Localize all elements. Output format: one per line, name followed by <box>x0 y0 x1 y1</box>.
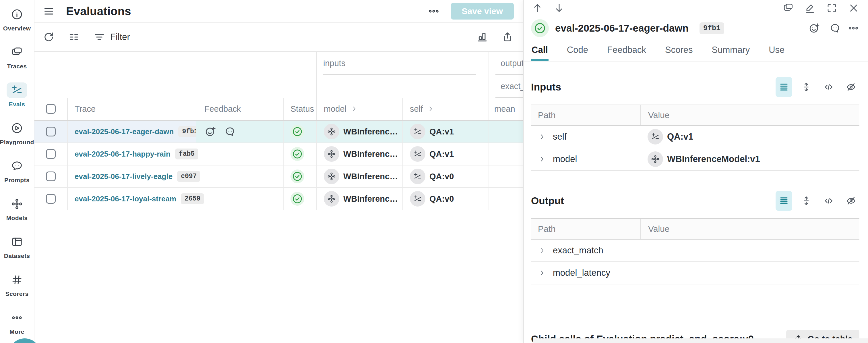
eye-off-icon <box>846 82 857 92</box>
chevron-right-icon[interactable] <box>538 155 546 163</box>
filter-label: Filter <box>110 32 130 42</box>
table-row[interactable]: eval-2025-06-17-loyal-stream 2659 WBInfe… <box>34 188 523 210</box>
view-as-code-button[interactable] <box>820 191 837 211</box>
column-header-status[interactable]: Status <box>283 98 316 120</box>
save-view-button[interactable]: Save view <box>451 3 514 20</box>
model-ref[interactable]: WBInferenceModel:v1 <box>324 146 402 162</box>
tab-code[interactable]: Code <box>566 40 589 61</box>
expand-all-button[interactable] <box>798 77 815 97</box>
table-row[interactable]: eval-2025-06-17-happy-rain fab5 WBInfere… <box>34 143 523 166</box>
row-checkbox[interactable] <box>46 171 56 181</box>
model-ref[interactable]: WBInferenceModel:v1 <box>648 151 760 167</box>
filter-button[interactable]: Filter <box>93 31 130 44</box>
trace-id-chip[interactable]: fab5 <box>175 148 198 160</box>
next-call-icon[interactable] <box>553 2 565 14</box>
row-density-icon[interactable] <box>68 31 81 44</box>
row-checkbox[interactable] <box>46 194 56 204</box>
hide-empty-button[interactable] <box>843 77 859 97</box>
view-as-table-button[interactable] <box>776 191 792 211</box>
select-all-checkbox[interactable] <box>46 104 56 114</box>
models-icon <box>7 196 27 212</box>
trace-link[interactable]: eval-2025-06-17-happy-rain <box>74 150 170 159</box>
sidebar-item-playground[interactable]: Playground <box>0 114 34 152</box>
column-header-feedback[interactable]: Feedback <box>196 98 283 120</box>
trace-link[interactable]: eval-2025-06-17-loyal-stream <box>74 195 176 203</box>
status-success-icon <box>290 192 304 206</box>
sidebar-item-models[interactable]: Models <box>0 190 34 228</box>
close-icon[interactable] <box>848 2 859 14</box>
chevron-right-icon[interactable] <box>538 133 546 141</box>
sidebar-item-scorers[interactable]: Scorers <box>0 266 34 303</box>
model-ref[interactable]: WBInferenceModel:v1 <box>324 169 402 184</box>
row-checkbox[interactable] <box>46 127 56 137</box>
expand-all-button[interactable] <box>798 191 815 211</box>
eye-off-icon <box>846 195 857 206</box>
view-as-table-button[interactable] <box>776 77 792 97</box>
sidebar-item-datasets[interactable]: Datasets <box>0 228 34 265</box>
tab-summary[interactable]: Summary <box>711 40 751 61</box>
column-header-mean[interactable]: mean <box>489 98 523 120</box>
self-ref[interactable]: QA:v1 <box>410 146 454 162</box>
edit-icon[interactable] <box>804 2 816 14</box>
view-as-code-button[interactable] <box>820 77 837 97</box>
tab-call[interactable]: Call <box>531 40 549 61</box>
model-ref[interactable]: WBInferenceModel:v1 <box>324 124 402 139</box>
datasets-icon <box>7 234 27 250</box>
inputs-row-model: model WBInferenceModel:v1 <box>531 148 859 171</box>
evals-icon <box>410 169 425 184</box>
self-ref[interactable]: QA:v0 <box>410 191 454 206</box>
sidebar-item-more[interactable]: More <box>0 304 34 341</box>
column-header-trace[interactable]: Trace <box>67 98 196 120</box>
sidebar-item-label: Playground <box>0 139 34 146</box>
sidebar-item-traces[interactable]: Traces <box>0 38 34 76</box>
evals-icon <box>648 129 663 144</box>
tab-scores[interactable]: Scores <box>664 40 693 61</box>
view-overflow-icon[interactable] <box>427 5 440 18</box>
output-row-model-latency: model_latency <box>531 262 859 284</box>
sidebar-item-evals[interactable]: Evals <box>0 77 34 114</box>
model-ref[interactable]: WBInferenceModel:v1 <box>324 191 402 206</box>
comment-icon[interactable] <box>224 125 236 138</box>
code-icon <box>823 82 834 92</box>
fullscreen-icon[interactable] <box>826 2 838 14</box>
open-in-trace-icon[interactable] <box>782 2 794 14</box>
tab-feedback[interactable]: Feedback <box>607 40 647 61</box>
status-success-icon <box>531 19 549 37</box>
trace-link[interactable]: eval-2025-06-17-lively-eagle <box>74 172 173 181</box>
model-icon <box>648 151 663 167</box>
hide-empty-button[interactable] <box>843 191 859 211</box>
value-column-header: Value <box>640 219 859 239</box>
status-success-icon <box>290 125 304 139</box>
column-header-self[interactable]: self <box>402 98 489 120</box>
table-row[interactable]: eval-2025-06-17-lively-eagle c097 WBInfe… <box>34 166 523 188</box>
sidebar-item-prompts[interactable]: Prompts <box>0 152 34 190</box>
sidebar-item-overview[interactable]: Overview <box>0 1 34 38</box>
inputs-table-header: Path Value <box>531 105 859 126</box>
self-ref[interactable]: QA:v1 <box>410 124 454 139</box>
tab-use[interactable]: Use <box>768 40 785 61</box>
column-header-model[interactable]: model <box>316 98 402 120</box>
sidebar-item-label: Overview <box>3 25 31 32</box>
refresh-icon[interactable] <box>42 31 55 44</box>
call-overflow-icon[interactable] <box>847 22 859 34</box>
export-icon[interactable] <box>501 31 514 44</box>
table-row[interactable]: eval-2025-06-17-eager-dawn 9fb1 WBInfere… <box>34 121 523 143</box>
sidebar-item-label: More <box>9 328 24 335</box>
sidebar-collapse-icon[interactable] <box>42 5 55 18</box>
chevron-right-icon[interactable] <box>538 269 546 277</box>
chevron-right-icon[interactable] <box>538 247 546 255</box>
self-ref[interactable]: QA:v1 <box>648 129 693 144</box>
add-reaction-icon[interactable] <box>205 125 216 138</box>
comment-icon[interactable] <box>829 22 841 34</box>
self-ref[interactable]: QA:v0 <box>410 169 454 184</box>
call-id-chip[interactable]: 9fb1 <box>700 22 724 34</box>
column-header-row: Trace Feedback Status model self mean <box>34 98 523 121</box>
call-title: eval-2025-06-17-eager-dawn <box>555 22 689 34</box>
row-checkbox[interactable] <box>46 149 56 159</box>
add-reaction-icon[interactable] <box>808 22 820 34</box>
prev-call-icon[interactable] <box>532 2 543 14</box>
trace-link[interactable]: eval-2025-06-17-eager-dawn <box>74 127 174 136</box>
charts-icon[interactable] <box>476 31 489 44</box>
inputs-table: Path Value self QA:v1 model WBInferenceM… <box>531 105 859 171</box>
model-icon <box>324 169 339 184</box>
